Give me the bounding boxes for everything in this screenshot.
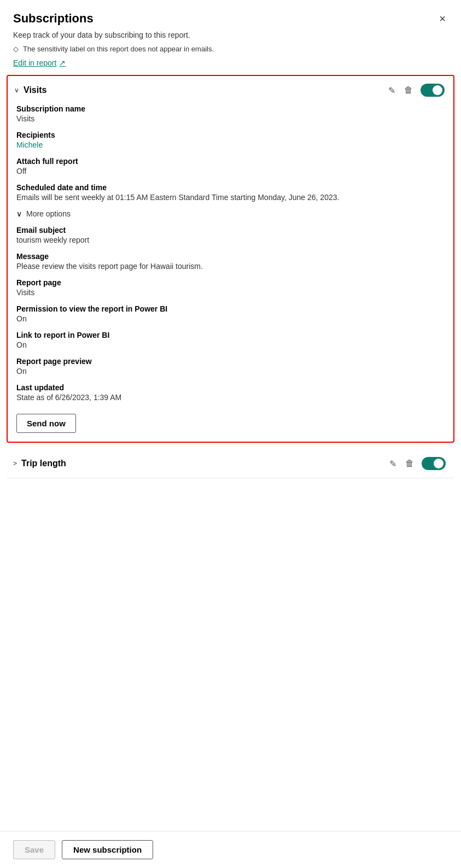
subscriptions-panel: Subscriptions × Keep track of your data … — [0, 0, 461, 868]
recipients-label: Recipients — [16, 131, 445, 139]
delete-subscription-button[interactable]: 🗑 — [403, 84, 414, 96]
bottom-bar: Save New subscription — [0, 831, 461, 868]
panel-header: Subscriptions × — [0, 0, 461, 31]
trip-length-toggle[interactable] — [422, 457, 446, 470]
link-field: Link to report in Power BI On — [16, 331, 445, 349]
edit-trip-length-button[interactable]: ✎ — [388, 458, 398, 470]
visits-card-actions: ✎ 🗑 — [387, 84, 445, 97]
delete-trip-length-button[interactable]: 🗑 — [404, 458, 415, 470]
sensitivity-row: ◇ The sensitivity label on this report d… — [0, 43, 461, 56]
subscriptions-list: ∨ Visits ✎ 🗑 Subscription name Visits — [0, 75, 461, 658]
edit-link-text: Edit in report — [13, 58, 56, 67]
chevron-down-icon[interactable]: ∨ — [14, 86, 19, 94]
panel-title: Subscriptions — [13, 11, 94, 26]
email-subject-field: Email subject tourism weekly report — [16, 226, 445, 244]
more-options-row[interactable]: ∨ More options — [16, 209, 445, 218]
permission-field: Permission to view the report in Power B… — [16, 304, 445, 323]
card-header-left-trip: > Trip length — [13, 459, 66, 468]
trip-length-card-header: > Trip length ✎ 🗑 — [7, 449, 454, 478]
more-options-chevron-icon: ∨ — [16, 209, 22, 218]
last-updated-label: Last updated — [16, 383, 445, 392]
report-page-label: Report page — [16, 278, 445, 287]
panel-subtitle: Keep track of your data by subscribing t… — [0, 31, 461, 43]
email-subject-label: Email subject — [16, 226, 445, 234]
save-button[interactable]: Save — [13, 840, 55, 859]
link-value: On — [16, 341, 445, 349]
visits-card-body: Subscription name Visits Recipients Mich… — [8, 104, 453, 442]
subscription-card-visits: ∨ Visits ✎ 🗑 Subscription name Visits — [7, 75, 454, 443]
trip-length-card-actions: ✎ 🗑 — [388, 457, 446, 470]
scheduled-date-value: Emails will be sent weekly at 01:15 AM E… — [16, 193, 445, 202]
attach-full-report-field: Attach full report Off — [16, 157, 445, 175]
permission-value: On — [16, 314, 445, 323]
attach-full-report-value: Off — [16, 167, 445, 175]
last-updated-value: State as of 6/26/2023, 1:39 AM — [16, 393, 445, 402]
more-options-label: More options — [26, 209, 71, 218]
trip-length-card-name: Trip length — [21, 459, 66, 468]
edit-subscription-button[interactable]: ✎ — [387, 84, 396, 97]
send-now-button[interactable]: Send now — [16, 414, 76, 433]
edit-in-report-link[interactable]: Edit in report ↗ — [0, 56, 461, 75]
visits-card-header: ∨ Visits ✎ 🗑 — [8, 76, 453, 104]
scheduled-date-field: Scheduled date and time Emails will be s… — [16, 183, 445, 202]
subscription-name-label: Subscription name — [16, 104, 445, 113]
message-label: Message — [16, 252, 445, 261]
attach-full-report-label: Attach full report — [16, 157, 445, 166]
report-preview-field: Report page preview On — [16, 357, 445, 376]
subscription-card-trip-length: > Trip length ✎ 🗑 — [7, 449, 454, 478]
card-header-left: ∨ Visits — [14, 85, 46, 95]
report-preview-value: On — [16, 367, 445, 376]
email-subject-value: tourism weekly report — [16, 236, 445, 244]
permission-label: Permission to view the report in Power B… — [16, 304, 445, 313]
sensitivity-text: The sensitivity label on this report doe… — [23, 45, 214, 53]
chevron-right-icon[interactable]: > — [13, 460, 17, 467]
subscription-name-field: Subscription name Visits — [16, 104, 445, 123]
link-label: Link to report in Power BI — [16, 331, 445, 339]
message-field: Message Please review the visits report … — [16, 252, 445, 271]
recipients-value: Michele — [16, 140, 445, 149]
new-subscription-button[interactable]: New subscription — [62, 840, 153, 859]
report-page-field: Report page Visits — [16, 278, 445, 297]
recipients-field: Recipients Michele — [16, 131, 445, 149]
last-updated-field: Last updated State as of 6/26/2023, 1:39… — [16, 383, 445, 402]
close-button[interactable]: × — [437, 11, 448, 26]
scheduled-date-label: Scheduled date and time — [16, 183, 445, 192]
external-link-icon: ↗ — [59, 58, 66, 67]
report-preview-label: Report page preview — [16, 357, 445, 366]
report-page-value: Visits — [16, 288, 445, 297]
subscription-name-value: Visits — [16, 114, 445, 123]
visits-card-name: Visits — [24, 85, 46, 95]
visits-toggle[interactable] — [421, 84, 445, 97]
message-value: Please review the visits report page for… — [16, 262, 445, 271]
shield-icon: ◇ — [13, 45, 19, 53]
